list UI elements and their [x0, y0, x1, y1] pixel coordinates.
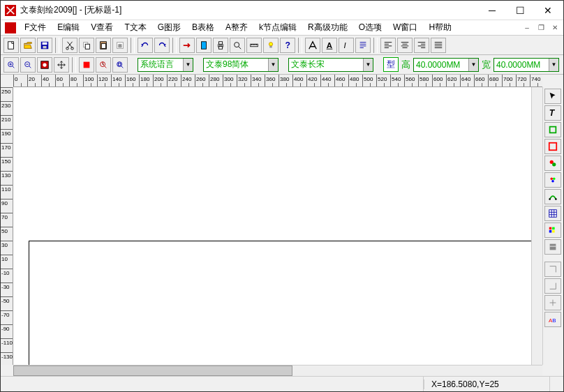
menu-file[interactable]: F文件	[19, 20, 52, 35]
ruler-button[interactable]	[246, 38, 262, 53]
height-input[interactable]	[414, 59, 468, 71]
zoom-fit-button[interactable]	[37, 57, 52, 73]
menu-graphic[interactable]: G图形	[152, 20, 186, 35]
lang-input[interactable]	[138, 59, 183, 71]
print-button[interactable]	[213, 38, 228, 53]
italic-button[interactable]: I	[339, 38, 354, 53]
canvas[interactable]	[13, 87, 531, 365]
output-arrow-button[interactable]	[179, 38, 195, 53]
dropdown-arrow-icon[interactable]: ▼	[549, 59, 558, 71]
width-input[interactable]	[494, 59, 549, 71]
height-combo[interactable]: ▼	[413, 58, 479, 72]
text-tool[interactable]: T	[544, 105, 561, 121]
font-input[interactable]	[204, 59, 268, 71]
shape-tool[interactable]	[544, 122, 561, 137]
svg-text:⊞: ⊞	[118, 43, 122, 47]
align-right-button[interactable]	[414, 38, 429, 53]
zoom-out-button[interactable]	[20, 57, 36, 73]
align-center-button[interactable]	[397, 38, 413, 53]
copy-button[interactable]	[79, 38, 94, 53]
svg-point-37	[553, 178, 556, 181]
font-combo[interactable]: ▼	[203, 58, 279, 72]
text-a-button[interactable]: A	[322, 38, 337, 53]
svg-rect-32	[550, 127, 556, 133]
minimize-button[interactable]: ─	[478, 2, 506, 19]
svg-point-40	[555, 198, 557, 200]
dropdown-arrow-icon[interactable]: ▼	[468, 59, 478, 71]
mdi-restore-button[interactable]: ❐	[535, 23, 547, 33]
svg-point-35	[552, 163, 556, 166]
width-label: 宽	[482, 59, 491, 71]
menu-table[interactable]: B表格	[186, 20, 220, 35]
menu-edit[interactable]: E编辑	[52, 20, 85, 35]
svg-point-18	[269, 42, 272, 45]
type-button[interactable]: 型	[383, 57, 399, 72]
red-square-button[interactable]	[79, 57, 94, 73]
style-input[interactable]	[289, 59, 363, 71]
menu-options[interactable]: O选项	[353, 20, 387, 35]
dropdown-arrow-icon[interactable]: ▼	[363, 59, 373, 71]
menu-help[interactable]: H帮助	[423, 20, 457, 35]
ab-tool[interactable]: AB	[544, 312, 561, 327]
curve-tool[interactable]	[544, 189, 561, 204]
svg-rect-12	[202, 41, 207, 49]
width-combo[interactable]: ▼	[493, 58, 559, 72]
image-tool[interactable]	[544, 156, 561, 171]
tool-a-button[interactable]	[305, 38, 320, 53]
vertical-ruler	[1, 87, 13, 365]
palette-tool[interactable]	[544, 223, 561, 238]
undo-button[interactable]	[138, 38, 153, 53]
extra-tool-2[interactable]	[544, 278, 561, 294]
dropdown-arrow-icon[interactable]: ▼	[183, 59, 193, 71]
svg-rect-2	[43, 42, 47, 45]
menu-view[interactable]: V查看	[85, 20, 119, 35]
menu-node[interactable]: k节点编辑	[253, 20, 302, 35]
mdi-close-button[interactable]: ✕	[549, 23, 561, 33]
mdi-minimize-button[interactable]: –	[521, 23, 533, 33]
svg-text:T: T	[549, 108, 556, 118]
close-button[interactable]: ✕	[534, 2, 562, 19]
toolbar-secondary: ▼ ▼ ▼ 型 高 ▼ 宽 ▼	[1, 55, 563, 75]
menu-text[interactable]: T文本	[119, 20, 151, 35]
refresh-button[interactable]	[96, 57, 111, 73]
extra-tool-3[interactable]	[544, 295, 561, 310]
open-button[interactable]	[20, 38, 36, 53]
lightbulb-button[interactable]	[263, 38, 279, 53]
dropdown-arrow-icon[interactable]: ▼	[268, 59, 278, 71]
align-justify-button[interactable]	[431, 38, 446, 53]
table-tool[interactable]	[544, 206, 561, 221]
zoom-selection-button[interactable]	[112, 57, 128, 73]
svg-point-39	[549, 198, 551, 200]
horizontal-scrollbar[interactable]	[13, 365, 542, 376]
save-button[interactable]	[37, 38, 52, 53]
pointer-tool[interactable]	[544, 89, 561, 104]
paragraph-button[interactable]	[355, 38, 371, 53]
svg-rect-7	[85, 44, 89, 49]
page-button[interactable]	[196, 38, 212, 53]
new-button[interactable]	[3, 38, 19, 53]
special-paste-button[interactable]: ⊞	[112, 38, 128, 53]
move-button[interactable]	[54, 57, 69, 73]
menu-window[interactable]: W窗口	[387, 20, 423, 35]
titlebar: 文泰刻绘2009[] - [无标题-1] ─ ☐ ✕	[1, 1, 563, 20]
maximize-button[interactable]: ☐	[506, 2, 534, 19]
redo-button[interactable]	[154, 38, 170, 53]
library-tool[interactable]	[544, 239, 561, 255]
cut-button[interactable]	[62, 38, 77, 53]
style-combo[interactable]: ▼	[288, 58, 373, 72]
lang-combo[interactable]: ▼	[138, 58, 193, 72]
help-button[interactable]: ?	[280, 38, 295, 53]
menu-align[interactable]: A整齐	[220, 20, 253, 35]
color-tool[interactable]	[544, 172, 561, 188]
zoom-in-button[interactable]	[3, 57, 19, 73]
vertical-scrollbar[interactable]	[531, 87, 542, 365]
svg-rect-14	[218, 41, 222, 44]
preview-button[interactable]	[230, 38, 245, 53]
align-left-button[interactable]	[380, 38, 396, 53]
extra-tool-1[interactable]	[544, 262, 561, 277]
menu-advanced[interactable]: R高级功能	[302, 20, 353, 35]
svg-rect-42	[549, 227, 552, 230]
frame-tool[interactable]	[544, 139, 561, 154]
paste-button[interactable]	[96, 38, 111, 53]
svg-rect-46	[550, 244, 556, 250]
